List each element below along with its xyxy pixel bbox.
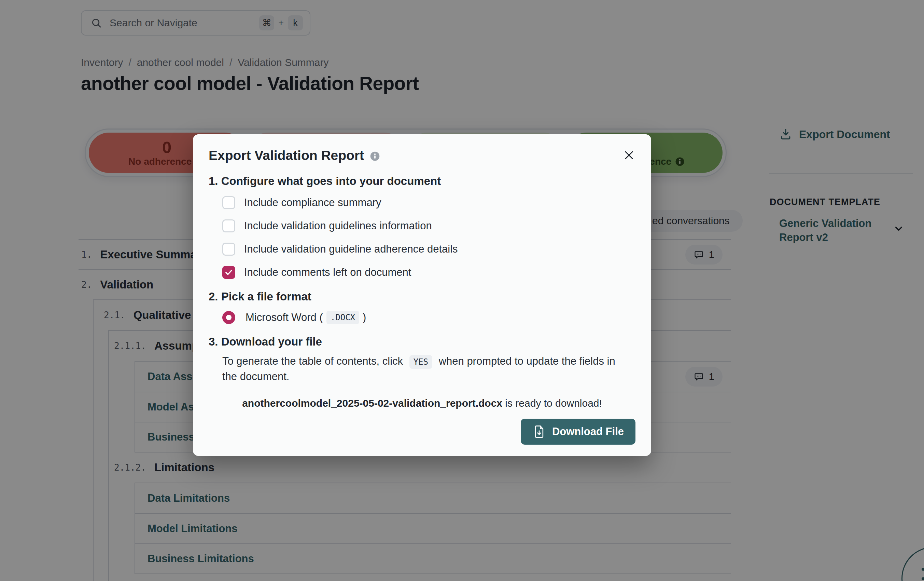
yes-badge: YES xyxy=(409,355,432,369)
checkmark-icon xyxy=(224,268,233,277)
app-window: ⌘ + k Inventory / another cool model / V… xyxy=(0,0,924,581)
modal-title: Export Validation Report xyxy=(209,148,364,163)
step1-heading: 1. Configure what goes into your documen… xyxy=(209,175,635,188)
checkbox-unchecked[interactable] xyxy=(222,196,235,209)
ready-suffix: is ready to download! xyxy=(502,397,602,409)
include-options-list: Include compliance summary Include valid… xyxy=(222,194,635,281)
checkbox-unchecked[interactable] xyxy=(222,219,235,232)
export-validation-report-modal: Export Validation Report 1. Configure wh… xyxy=(193,134,651,456)
checkbox-include-comments[interactable]: Include comments left on document xyxy=(222,263,635,281)
checkbox-checked[interactable] xyxy=(222,266,235,279)
radio-label: Microsoft Word ( .DOCX ) xyxy=(246,311,366,324)
checkbox-label: Include comments left on document xyxy=(244,266,411,278)
radio-microsoft-word[interactable]: Microsoft Word ( .DOCX ) xyxy=(222,309,635,326)
radio-selected[interactable] xyxy=(222,311,235,324)
modal-header: Export Validation Report xyxy=(209,148,635,163)
modal-footer: Download File xyxy=(209,419,635,445)
format-prefix: Microsoft Word ( xyxy=(246,311,323,324)
format-suffix: ) xyxy=(363,311,366,324)
checkbox-label: Include validation guidelines informatio… xyxy=(244,220,432,232)
toc-note: To generate the table of contents, click… xyxy=(222,354,619,384)
docx-badge: .DOCX xyxy=(327,311,359,324)
checkbox-include-compliance-summary[interactable]: Include compliance summary xyxy=(222,194,635,212)
step2-heading: 2. Pick a file format xyxy=(209,290,635,303)
ready-status: anothercoolmodel_2025-05-02-validation_r… xyxy=(209,397,635,409)
note-text: To generate the table of contents, click xyxy=(222,355,403,367)
checkbox-unchecked[interactable] xyxy=(222,243,235,256)
download-file-button[interactable]: Download File xyxy=(521,419,635,445)
close-icon[interactable] xyxy=(622,149,635,162)
checkbox-include-guidelines-info[interactable]: Include validation guidelines informatio… xyxy=(222,217,635,235)
step3-heading: 3. Download your file xyxy=(209,335,635,348)
download-file-label: Download File xyxy=(552,425,624,438)
checkbox-include-adherence-details[interactable]: Include validation guideline adherence d… xyxy=(222,240,635,258)
file-download-icon xyxy=(532,425,546,439)
checkbox-label: Include validation guideline adherence d… xyxy=(244,243,458,255)
info-icon[interactable] xyxy=(370,151,380,162)
ready-filename: anothercoolmodel_2025-05-02-validation_r… xyxy=(242,397,502,409)
checkbox-label: Include compliance summary xyxy=(244,197,381,209)
